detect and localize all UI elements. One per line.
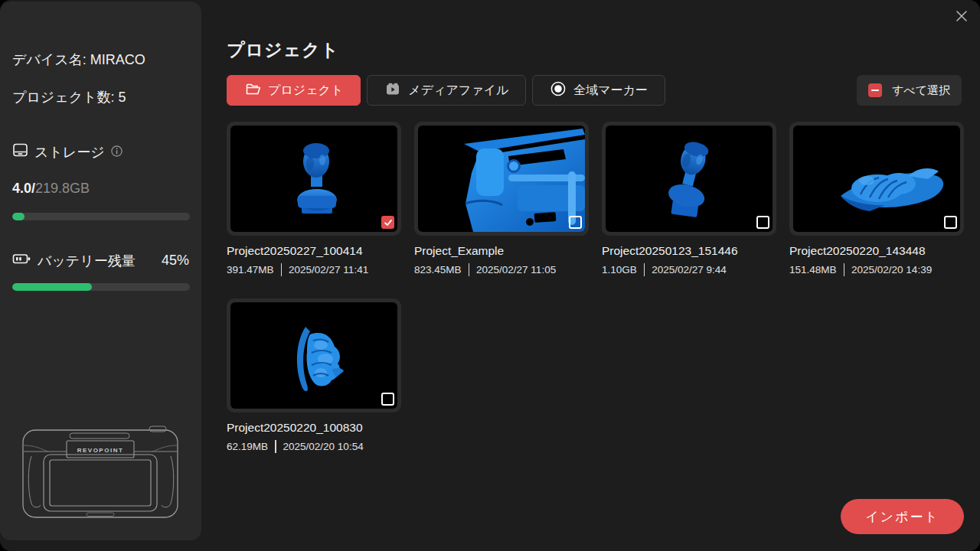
info-icon[interactable] xyxy=(111,145,122,161)
battery-icon xyxy=(12,251,31,270)
blue-scan-fragment-horizontal-preview xyxy=(793,126,960,232)
storage-progress-bar xyxy=(12,213,190,220)
media-file-icon xyxy=(384,81,401,99)
project-card: Project_Example 823.45MB 2025/02/27 11:0… xyxy=(414,122,589,276)
miraco-device-illustration: REVOPOINT xyxy=(21,421,181,528)
project-checkbox[interactable] xyxy=(944,216,957,229)
tab-label: メディアファイル xyxy=(408,83,508,99)
tab-label: 全域マーカー xyxy=(573,83,648,99)
meta-divider xyxy=(275,440,276,453)
meta-divider xyxy=(644,263,645,276)
project-date: 2025/02/27 11:05 xyxy=(476,264,556,276)
select-all-checkbox[interactable] xyxy=(868,83,882,97)
project-checkbox[interactable] xyxy=(569,216,582,229)
blue-bust-front-preview xyxy=(230,126,397,232)
project-card: Project20250220_100830 62.19MB 2025/02/2… xyxy=(227,298,401,453)
storage-label: ストレージ xyxy=(34,143,105,161)
project-thumbnail[interactable] xyxy=(789,122,964,236)
tab-label: プロジェクト xyxy=(268,83,343,99)
project-thumbnail[interactable] xyxy=(602,122,776,236)
project-checkbox[interactable] xyxy=(381,393,394,406)
project-card: Project20250227_100414 391.47MB 2025/02/… xyxy=(227,122,401,276)
blue-bust-angled-preview xyxy=(606,126,773,232)
meta-divider xyxy=(844,263,845,276)
close-icon[interactable] xyxy=(952,6,972,26)
tab-global-markers[interactable]: 全域マーカー xyxy=(532,75,665,106)
project-card: Project20250220_143448 151.48MB 2025/02/… xyxy=(789,122,964,276)
project-thumbnail[interactable] xyxy=(227,122,401,236)
tab-projects[interactable]: プロジェクト xyxy=(227,75,361,106)
marker-icon xyxy=(550,80,567,100)
device-info-sidebar: デバイス名: MIRACO プロジェクト数: 5 ストレージ 4.0/21 xyxy=(0,2,201,540)
project-grid: Project20250227_100414 391.47MB 2025/02/… xyxy=(227,122,977,453)
meta-divider xyxy=(281,263,283,276)
tab-media-files[interactable]: メディアファイル xyxy=(367,75,526,106)
project-size: 151.48MB xyxy=(789,264,837,276)
device-projects-window: デバイス名: MIRACO プロジェクト数: 5 ストレージ 4.0/21 xyxy=(0,0,980,551)
project-name: Project20250123_151446 xyxy=(602,244,776,258)
project-date: 2025/02/27 9:44 xyxy=(652,264,727,276)
project-card: Project20250123_151446 1.10GB 2025/02/27… xyxy=(602,122,776,276)
project-name: Project20250220_143448 xyxy=(789,244,964,258)
blue-scan-fragment-vertical-preview xyxy=(230,302,397,409)
select-all-button[interactable]: すべて選択 xyxy=(857,75,962,106)
toolbar: プロジェクト メディアファイル xyxy=(227,75,962,106)
svg-text:REVOPOINT: REVOPOINT xyxy=(77,447,123,454)
select-all-label: すべて選択 xyxy=(892,83,950,98)
storage-value: 4.0/219.8GB xyxy=(12,181,189,197)
project-name: Project20250220_100830 xyxy=(227,421,401,435)
storage-progress-fill xyxy=(12,213,24,220)
page-title: プロジェクト xyxy=(227,38,962,62)
storage-drive-icon xyxy=(12,142,28,162)
project-date: 2025/02/20 14:39 xyxy=(851,264,932,276)
project-size: 62.19MB xyxy=(227,441,268,452)
project-size: 1.10GB xyxy=(602,264,637,276)
projects-panel: プロジェクト プロジェクト xyxy=(201,0,980,551)
device-name: デバイス名: MIRACO xyxy=(12,51,189,69)
folder-icon xyxy=(244,81,261,99)
battery-progress-bar xyxy=(12,283,190,291)
project-thumbnail[interactable] xyxy=(227,298,401,412)
project-name: Project_Example xyxy=(414,244,589,258)
blue-mechanical-part-preview xyxy=(418,126,585,232)
project-size: 823.45MB xyxy=(414,264,462,276)
project-checkbox[interactable] xyxy=(756,216,769,229)
battery-progress-fill xyxy=(12,283,92,291)
project-thumbnail[interactable] xyxy=(414,122,589,236)
project-name: Project20250227_100414 xyxy=(227,244,401,258)
battery-label: バッテリー残量 xyxy=(38,252,136,270)
battery-percent: 45% xyxy=(162,253,189,269)
project-checkbox[interactable] xyxy=(381,216,394,229)
meta-divider xyxy=(469,263,470,276)
project-size: 391.47MB xyxy=(227,264,274,276)
import-button[interactable]: インポート xyxy=(841,499,964,534)
project-date: 2025/02/27 11:41 xyxy=(289,264,368,276)
project-count: プロジェクト数: 5 xyxy=(12,88,189,106)
project-date: 2025/02/20 10:54 xyxy=(283,441,364,452)
